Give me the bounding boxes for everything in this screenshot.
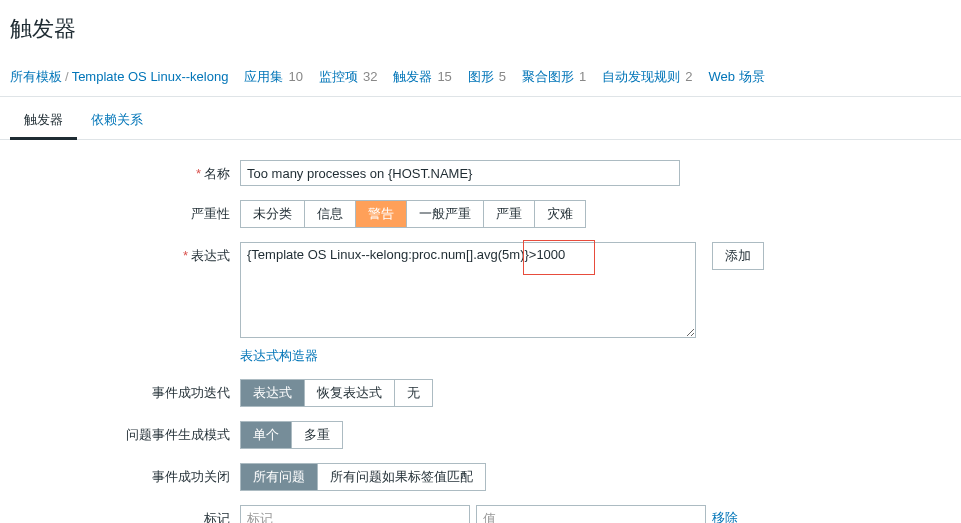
nav-items[interactable]: 监控项 xyxy=(319,68,358,86)
page-title: 触发器 xyxy=(0,0,961,62)
nav-discovery[interactable]: 自动发现规则 xyxy=(602,68,680,86)
divider xyxy=(0,96,961,97)
problem-mode-group: 单个 多重 xyxy=(240,421,343,449)
label-severity: 严重性 xyxy=(10,200,240,223)
tag-remove-link[interactable]: 移除 xyxy=(712,509,738,523)
label-event-iter: 事件成功迭代 xyxy=(10,379,240,402)
event-iter-group: 表达式 恢复表达式 无 xyxy=(240,379,433,407)
nav-screens[interactable]: 聚合图形 xyxy=(522,68,574,86)
nav-screens-count: 1 xyxy=(579,69,586,84)
severity-high[interactable]: 严重 xyxy=(484,201,535,227)
nav-triggers[interactable]: 触发器 xyxy=(393,68,432,86)
nav-items-count: 32 xyxy=(363,69,377,84)
label-name: *名称 xyxy=(10,160,240,183)
form-area: *名称 严重性 未分类 信息 警告 一般严重 严重 灾难 *表达式 xyxy=(0,140,961,523)
severity-group: 未分类 信息 警告 一般严重 严重 灾难 xyxy=(240,200,586,228)
nav-discovery-count: 2 xyxy=(685,69,692,84)
nav-appset-count: 10 xyxy=(288,69,302,84)
tag-value-field[interactable] xyxy=(476,505,706,523)
event-close-all[interactable]: 所有问题 xyxy=(241,464,318,490)
tag-row: 移除 xyxy=(240,505,738,523)
severity-warning[interactable]: 警告 xyxy=(356,201,407,227)
severity-average[interactable]: 一般严重 xyxy=(407,201,484,227)
label-tags: 标记 xyxy=(10,505,240,523)
breadcrumb-template[interactable]: Template OS Linux--kelong xyxy=(72,69,229,84)
nav-appset[interactable]: 应用集 xyxy=(244,68,283,86)
expression-builder-link[interactable]: 表达式构造器 xyxy=(240,347,318,365)
severity-notclassified[interactable]: 未分类 xyxy=(241,201,305,227)
event-iter-none[interactable]: 无 xyxy=(395,380,432,406)
label-event-close: 事件成功关闭 xyxy=(10,463,240,486)
breadcrumb-sep: / xyxy=(65,69,69,84)
nav-graphs[interactable]: 图形 xyxy=(468,68,494,86)
nav-graphs-count: 5 xyxy=(499,69,506,84)
problem-mode-multiple[interactable]: 多重 xyxy=(292,422,342,448)
event-close-tagmatch[interactable]: 所有问题如果标签值匹配 xyxy=(318,464,485,490)
event-iter-expr[interactable]: 表达式 xyxy=(241,380,305,406)
tag-name-field[interactable] xyxy=(240,505,470,523)
name-field[interactable] xyxy=(240,160,680,186)
tabs: 触发器 依赖关系 xyxy=(0,103,961,140)
tab-dependencies[interactable]: 依赖关系 xyxy=(77,103,157,140)
label-expression: *表达式 xyxy=(10,242,240,265)
event-close-group: 所有问题 所有问题如果标签值匹配 xyxy=(240,463,486,491)
breadcrumb-all-templates[interactable]: 所有模板 xyxy=(10,68,62,86)
tab-trigger[interactable]: 触发器 xyxy=(10,103,77,140)
expression-field[interactable] xyxy=(240,242,696,338)
severity-info[interactable]: 信息 xyxy=(305,201,356,227)
problem-mode-single[interactable]: 单个 xyxy=(241,422,292,448)
label-problem-mode: 问题事件生成模式 xyxy=(10,421,240,444)
event-iter-recovery[interactable]: 恢复表达式 xyxy=(305,380,395,406)
nav-web[interactable]: Web 场景 xyxy=(709,68,765,86)
severity-disaster[interactable]: 灾难 xyxy=(535,201,585,227)
nav-triggers-count: 15 xyxy=(437,69,451,84)
add-expression-button[interactable]: 添加 xyxy=(712,242,764,270)
breadcrumb: 所有模板 / Template OS Linux--kelong 应用集10 监… xyxy=(0,62,961,96)
